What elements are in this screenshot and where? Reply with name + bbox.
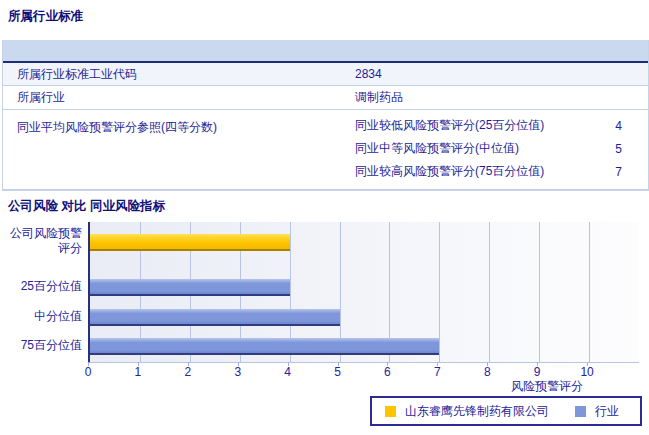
subrow-label: 同业较高风险预警评分(75百分位值) (355, 163, 544, 180)
x-tick-label: 8 (472, 365, 502, 379)
gridline (489, 222, 490, 362)
subrow-value: 4 (602, 119, 622, 133)
legend-label: 山东睿鹰先锋制药有限公司 (405, 403, 549, 420)
chart-legend: 山东睿鹰先锋制药有限公司行业 (370, 396, 642, 426)
gridline (539, 222, 540, 362)
category-label: 25百分位值 (2, 279, 82, 294)
x-tick-label: 4 (273, 365, 303, 379)
section-title-industry-standard: 所属行业标准 (8, 8, 83, 25)
subrow-label: 同业中等风险预警评分(中位值) (355, 140, 519, 157)
legend-label: 行业 (595, 403, 619, 420)
risk-comparison-bar-chart: 风险预警评分 山东睿鹰先锋制药有限公司行业 012345678910公司风险预警… (0, 216, 649, 435)
industry-standard-table: 所属行业标准工业代码 2834 所属行业 调制药品 同业平均风险预警评分参照(四… (2, 40, 649, 191)
bar-industry (90, 309, 340, 326)
bar-company (90, 234, 290, 251)
x-axis-label: 风险预警评分 (511, 378, 583, 395)
x-tick-label: 3 (223, 365, 253, 379)
x-tick-label: 5 (323, 365, 353, 379)
table-row: 所属行业标准工业代码 2834 (3, 63, 648, 86)
x-tick-label: 7 (422, 365, 452, 379)
report-page: 所属行业标准 所属行业标准工业代码 2834 所属行业 调制药品 同业平均风险预… (0, 0, 649, 435)
row-value: 调制药品 (355, 89, 648, 106)
category-label: 75百分位值 (2, 338, 82, 353)
x-tick-label: 10 (572, 365, 602, 379)
subrow-label: 同业较低风险预警评分(25百分位值) (355, 117, 544, 134)
legend-swatch-company (385, 406, 396, 417)
x-tick-label: 0 (73, 365, 103, 379)
x-tick-label: 6 (372, 365, 402, 379)
percentile-subtable: 同业较低风险预警评分(25百分位值) 4 同业中等风险预警评分(中位值) 5 同… (355, 114, 648, 183)
subrow-value: 7 (602, 165, 622, 179)
row-value: 2834 (355, 67, 648, 81)
bar-industry (90, 338, 439, 355)
gridline (589, 222, 590, 362)
plot-area (88, 222, 639, 363)
x-tick-label: 2 (173, 365, 203, 379)
subrow-low-risk: 同业较低风险预警评分(25百分位值) 4 (355, 114, 648, 137)
subrow-medium-risk: 同业中等风险预警评分(中位值) 5 (355, 137, 648, 160)
category-label: 中分位值 (2, 309, 82, 324)
section-title-risk-comparison: 公司风险 对比 同业风险指标 (8, 198, 165, 215)
table-header-bar (3, 40, 648, 63)
bar-industry (90, 279, 290, 296)
x-tick-label: 9 (522, 365, 552, 379)
subrow-high-risk: 同业较高风险预警评分(75百分位值) 7 (355, 160, 648, 183)
x-tick-label: 1 (123, 365, 153, 379)
legend-swatch-industry (575, 406, 586, 417)
row-label: 同业平均风险预警评分参照(四等分数) (3, 114, 355, 136)
table-row: 所属行业 调制药品 (3, 86, 648, 110)
row-label: 所属行业 (3, 89, 355, 106)
subrow-value: 5 (602, 142, 622, 156)
category-label: 公司风险预警评分 (2, 226, 82, 256)
table-row: 同业平均风险预警评分参照(四等分数) 同业较低风险预警评分(25百分位值) 4 … (3, 110, 648, 191)
row-label: 所属行业标准工业代码 (3, 66, 355, 83)
gridline (439, 222, 440, 362)
